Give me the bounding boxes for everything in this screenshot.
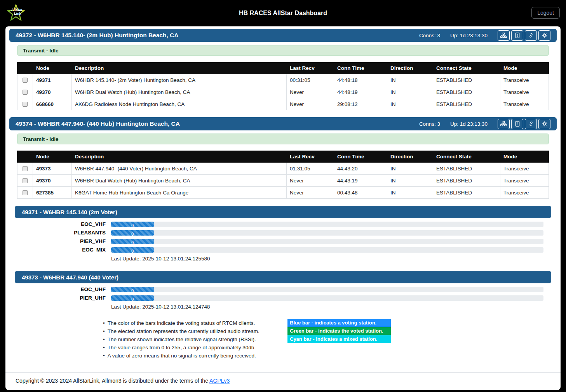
log-button[interactable] [511, 30, 523, 41]
node-description: W6HBR Dual Watch (Hub) Huntington Beach,… [72, 86, 287, 98]
last-recv: 00:31:05 [287, 74, 334, 86]
node-description: W6HBR 145.140- (2m Voter) Huntington Bea… [72, 74, 287, 86]
panel-meta: Conns: 3 Up: 1d 23:13:30 [419, 119, 550, 129]
file-icon [514, 32, 521, 38]
conn-time: 44:43:19 [334, 175, 387, 187]
voter-station-row: PIER_UHF 0 [15, 295, 551, 301]
voter-panel-title: 49371 - W6HBR 145.140 (2m Voter) [22, 209, 117, 215]
legend-note: The elected station represents the curre… [103, 327, 287, 335]
last-recv: Never [287, 187, 334, 199]
sitemap-button[interactable] [498, 119, 510, 129]
row-select-checkbox[interactable] [23, 90, 28, 95]
conn-time: 44:48:19 [334, 86, 387, 98]
link-button[interactable] [525, 30, 537, 41]
connect-state: ESTABLISHED [433, 175, 500, 187]
sitemap-button[interactable] [498, 30, 510, 41]
legend-key-green: Green bar - indicates the voted station. [287, 327, 391, 335]
link-icon [528, 32, 534, 38]
rssi-value: 0 [131, 240, 134, 244]
log-button[interactable] [511, 119, 523, 129]
page-title: HB RACES AllStar Dashboard [239, 10, 327, 17]
node-panel-49374: 49374 - W6HBR 447.940- (440 Hub) Hunting… [9, 117, 557, 199]
station-label: PIER_VHF [15, 238, 106, 244]
uptime: Up: 1d 23:13:30 [450, 33, 488, 38]
table-row: 668660 AK6DG Radioless Node Huntington B… [17, 98, 549, 110]
conns-count: Conns: 3 [419, 121, 440, 127]
row-select-checkbox[interactable] [23, 190, 28, 195]
navbar: AllStar Link HB RACES AllStar Dashboard … [0, 0, 566, 26]
node-description: K6GAT Home Hub Huntington Beach Ca Orang… [72, 187, 287, 199]
agpl-link[interactable]: AGPLv3 [209, 378, 230, 384]
node-panel-header: 49372 - W6HBR 145.140- (2m Hub) Huntingt… [9, 29, 557, 42]
last-recv: Never [287, 86, 334, 98]
voter-station-row: PIER_VHF 0 [15, 238, 551, 244]
connect-state: ESTABLISHED [433, 163, 500, 175]
voter-legend: The color of the bars indicate the votin… [103, 319, 557, 360]
settings-button[interactable] [538, 30, 550, 41]
col-last-recv: Last Recv [287, 62, 334, 74]
node-panel-49372: 49372 - W6HBR 145.140- (2m Hub) Huntingt… [9, 29, 557, 110]
col-connect-state: Connect State [433, 151, 500, 163]
col-connect-state: Connect State [433, 62, 500, 74]
voter-panel-49373: 49373 - W6HBR 447.940 (440 Voter) EOC_UH… [15, 271, 551, 310]
voter-panel-title: 49373 - W6HBR 447.940 (440 Voter) [22, 274, 118, 281]
voter-station-row: EOC_UHF 0 [15, 286, 551, 292]
col-description: Description [72, 62, 287, 74]
transmit-status-label: Transmit - Idle [23, 48, 59, 54]
station-label: EOC_MIX [15, 247, 106, 253]
last-update: Last Update: 2025-10-12 13:01:24.125580 [111, 256, 551, 262]
sitemap-icon [500, 121, 507, 127]
dashboard-content: 49372 - W6HBR 145.140- (2m Hub) Huntingt… [5, 26, 561, 390]
panel-meta: Conns: 3 Up: 1d 23:13:30 [419, 30, 550, 41]
node-description: W6HBR Dual Watch (Hub) Huntington Beach,… [72, 175, 287, 187]
table-row: 627385 K6GAT Home Hub Huntington Beach C… [17, 187, 549, 199]
rssi-bar-track: 0 [111, 230, 543, 236]
legend-note: The value ranges from 0 to 255, a range … [103, 343, 287, 352]
rssi-bar: 0 [111, 230, 154, 236]
logo-text-line1: AllStar [11, 8, 23, 12]
row-select-checkbox[interactable] [23, 166, 28, 171]
settings-button[interactable] [538, 119, 550, 129]
mode: Transceive [500, 175, 549, 187]
col-last-recv: Last Recv [287, 151, 334, 163]
rssi-bar-track: 0 [111, 295, 543, 301]
conn-time: 00:43:48 [334, 187, 387, 199]
legend-note: The number shown indicates the relative … [103, 335, 287, 343]
rssi-bar: 0 [111, 247, 154, 253]
table-row: 49373 W6HBR 447.940- (440 Voter) Hunting… [17, 163, 549, 175]
col-mode: Mode [500, 62, 549, 74]
conns-count: Conns: 3 [419, 33, 440, 38]
rssi-bar-track: 0 [111, 222, 543, 227]
station-label: EOC_UHF [15, 286, 106, 292]
voter-station-row: EOC_MIX 0 [15, 247, 551, 253]
legend-notes: The color of the bars indicate the votin… [103, 319, 287, 360]
rssi-value: 0 [131, 232, 134, 236]
direction: IN [387, 163, 433, 175]
row-select-checkbox[interactable] [23, 178, 28, 183]
legend-keys: Blue bar - indicates a voting station. G… [287, 319, 391, 343]
gear-icon [542, 121, 548, 127]
row-select-checkbox[interactable] [23, 102, 28, 107]
direction: IN [387, 175, 433, 187]
conn-time: 44:43:20 [334, 163, 387, 175]
table-row: 49370 W6HBR Dual Watch (Hub) Huntington … [17, 175, 549, 187]
last-recv: Never [287, 175, 334, 187]
node-number: 668660 [33, 98, 72, 110]
legend-note: A value of zero means that no signal is … [103, 352, 287, 360]
voter-station-row: EOC_VHF 0 [15, 221, 551, 227]
row-select-checkbox[interactable] [23, 78, 28, 83]
col-conn-time: Conn Time [334, 62, 387, 74]
copyright-text: Copyright © 2023-2024 AllStarLink, Allmo… [16, 378, 209, 384]
logout-button[interactable]: Logout [531, 7, 560, 19]
col-node: Node [33, 62, 72, 74]
mode: Transceive [500, 98, 549, 110]
voter-station-row: PLEASANTS 0 [15, 230, 551, 236]
node-description: W6HBR 447.940- (440 Voter) Huntington Be… [72, 163, 287, 175]
link-button[interactable] [525, 119, 537, 129]
col-node: Node [33, 151, 72, 163]
legend-note: The color of the bars indicate the votin… [103, 319, 287, 327]
sitemap-icon [500, 32, 507, 39]
panel-toolbar [498, 119, 550, 129]
col-direction: Direction [387, 62, 433, 74]
rssi-value: 0 [131, 223, 134, 227]
